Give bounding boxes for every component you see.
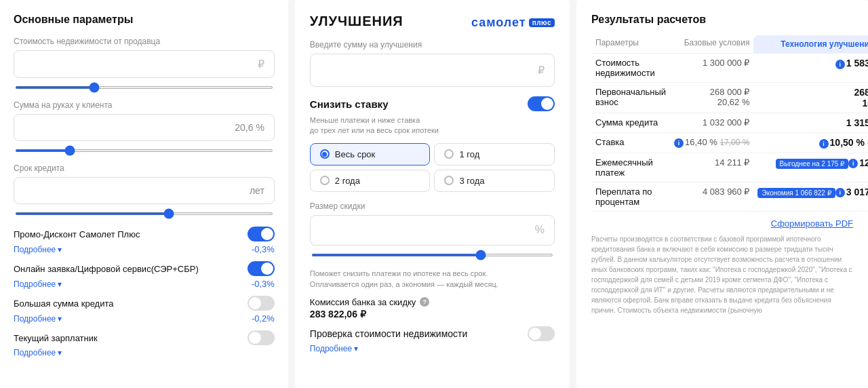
radio-1year[interactable]: 1 год bbox=[434, 143, 555, 166]
info-icon-tech[interactable]: i bbox=[835, 60, 845, 69]
property-cost-input[interactable]: 1 300 000 bbox=[24, 58, 252, 71]
table-cell-base: 14 211 ₽ bbox=[670, 153, 753, 182]
online-chevron-icon: ▾ bbox=[58, 279, 62, 289]
big-sum-chevron-icon: ▾ bbox=[58, 314, 62, 324]
left-panel: Основные параметры Стоимость недвижимост… bbox=[0, 0, 288, 388]
table-row: Первоначальныйвзнос268 000 ₽20,62 %268 0… bbox=[591, 83, 868, 113]
cash-input[interactable]: 268 000 bbox=[24, 121, 235, 134]
radio-all-term[interactable]: Весь срок bbox=[310, 143, 431, 166]
salary-row: Текущий зарплатник bbox=[14, 330, 275, 345]
podrobnee-link[interactable]: Подробнее bbox=[310, 344, 352, 353]
tech-main-value: 12 036 ₽ bbox=[859, 157, 868, 168]
snizip-toggle[interactable] bbox=[528, 96, 555, 111]
plus-badge: плюс bbox=[529, 18, 555, 27]
razmer-input-box[interactable]: 7,1 % bbox=[310, 215, 555, 246]
promo-chevron-icon: ▾ bbox=[58, 245, 62, 254]
disclaimer: Расчеты производятся в соответствии с ба… bbox=[591, 234, 853, 315]
loan-term-input-box[interactable]: Срок кредита 30 лет bbox=[14, 177, 275, 204]
cash-input-box[interactable]: 268 000 20,6 % bbox=[14, 114, 275, 141]
online-link[interactable]: Подробнее ▾ bbox=[14, 279, 62, 289]
radio-group: Весь срок 1 год 2 года 3 года bbox=[310, 143, 555, 192]
samolet-logo: самолет плюс bbox=[471, 16, 555, 30]
section-title: Основные параметры bbox=[14, 14, 275, 26]
property-cost-input-box[interactable]: 1 300 000 ₽ bbox=[14, 50, 275, 78]
loan-term-unit: лет bbox=[250, 185, 264, 196]
table-cell-param: Переплата попроцентам bbox=[591, 182, 670, 211]
table-cell-param: Стоимостьнедвижимости bbox=[591, 54, 670, 83]
salary-toggle[interactable] bbox=[248, 330, 275, 345]
col-tech-header-cell: Технология улучшений bbox=[753, 35, 868, 54]
podrobnee-row: Подробнее ▾ bbox=[310, 344, 555, 353]
loan-term-placeholder-text[interactable]: Срок кредита bbox=[24, 186, 217, 196]
table-row: Переплата попроцентам4 083 960 ₽Экономия… bbox=[591, 182, 868, 211]
big-sum-toggle[interactable] bbox=[248, 296, 275, 311]
promo-toggle[interactable] bbox=[248, 227, 275, 241]
table-row: Ежемесячныйплатеж14 211 ₽Выгоднее на 2 1… bbox=[591, 153, 868, 182]
info-icon-tech[interactable]: i bbox=[819, 139, 829, 149]
loan-term-input[interactable]: 30 bbox=[217, 185, 244, 197]
komissia-info-icon[interactable]: ? bbox=[420, 297, 429, 307]
cash-slider[interactable] bbox=[15, 149, 273, 152]
cash-label: Сумма на руках у клиента bbox=[14, 100, 275, 110]
online-toggle[interactable] bbox=[248, 261, 275, 276]
amount-currency: ₽ bbox=[538, 64, 545, 77]
online-discount-value: -0,3% bbox=[252, 279, 275, 289]
promo-link[interactable]: Подробнее ▾ bbox=[14, 245, 62, 254]
table-row: Стоимостьнедвижимости1 300 000 ₽i1 583 8… bbox=[591, 54, 868, 83]
col-base-header: Базовые условия bbox=[670, 35, 753, 54]
results-title: Результаты расчетов bbox=[591, 14, 853, 26]
komissia-label: Комиссия банка за скидку ? bbox=[310, 297, 555, 307]
samolet-text: самолет bbox=[471, 16, 526, 30]
radio-2year[interactable]: 2 года bbox=[310, 170, 431, 192]
property-cost-slider[interactable] bbox=[15, 86, 273, 89]
razmer-slider[interactable] bbox=[311, 254, 553, 256]
cash-slider-wrap bbox=[14, 144, 275, 154]
radio-3year[interactable]: 3 года bbox=[434, 170, 555, 192]
middle-panel: УЛУЧШЕНИЯ самолет плюс Введите сумму на … bbox=[295, 0, 570, 388]
promo-discount-value: -0,3% bbox=[252, 244, 275, 254]
table-cell-param: Ставка bbox=[591, 133, 670, 153]
property-cost-slider-wrap bbox=[14, 81, 275, 91]
table-cell-tech: i10,50 % 18,20 % bbox=[753, 133, 868, 153]
table-row: Сумма кредита1 032 000 ₽1 315 822 ₽ bbox=[591, 113, 868, 133]
online-sub-row: Подробнее ▾ -0,3% bbox=[14, 279, 275, 289]
results-table: Параметры Базовые условия Технология улу… bbox=[591, 35, 868, 212]
razmer-input[interactable]: 7,1 bbox=[320, 222, 535, 238]
tech-badge: Экономия 1 066 822 ₽ bbox=[757, 188, 835, 198]
radio-dot-2year bbox=[320, 176, 330, 185]
loan-term-slider-wrap bbox=[14, 207, 275, 217]
table-cell-base: 268 000 ₽20,62 % bbox=[670, 83, 753, 113]
улучшения-title: УЛУЧШЕНИЯ bbox=[310, 14, 403, 29]
right-panel: Результаты расчетов Параметры Базовые ус… bbox=[576, 0, 868, 388]
amount-input-box[interactable]: 0 ₽ bbox=[310, 54, 555, 87]
loan-term-slider[interactable] bbox=[15, 212, 273, 215]
big-sum-sub-row: Подробнее ▾ -0,2% bbox=[14, 313, 275, 324]
tech-main-value: 1 315 822 ₽ bbox=[846, 117, 868, 128]
info-icon[interactable]: i bbox=[674, 138, 684, 148]
middle-hint: Поможет снизить платежи по ипотеке на ве… bbox=[310, 268, 555, 290]
table-cell-param: Ежемесячныйплатеж bbox=[591, 153, 670, 182]
salary-link[interactable]: Подробнее ▾ bbox=[14, 348, 62, 357]
salary-chevron-icon: ▾ bbox=[58, 348, 62, 357]
pdf-link[interactable]: Сформировать PDF bbox=[771, 218, 853, 229]
table-cell-tech: 1 315 822 ₽ bbox=[753, 113, 868, 133]
table-row: Ставкаi16,40 % 17,00 %i10,50 % 18,20 % bbox=[591, 133, 868, 153]
tech-badge: Выгоднее на 2 175 ₽ bbox=[776, 159, 849, 169]
table-cell-param: Первоначальныйвзнос bbox=[591, 83, 670, 113]
info-icon-tech[interactable]: i bbox=[835, 188, 845, 197]
loan-term-label: Срок кредита bbox=[14, 163, 275, 173]
komissia-value: 283 822,06 ₽ bbox=[310, 309, 555, 319]
proverka-toggle[interactable] bbox=[528, 326, 555, 341]
info-icon-tech[interactable]: i bbox=[848, 159, 858, 168]
amount-label: Введите сумму на улучшения bbox=[310, 40, 555, 50]
razmer-slider-wrap bbox=[310, 248, 555, 258]
radio-dot-3year bbox=[444, 176, 454, 185]
promo-discount-label: Промо-Дисконт Самолет Плюс bbox=[14, 229, 140, 239]
col-param-header: Параметры bbox=[591, 35, 670, 54]
amount-input[interactable]: 0 bbox=[320, 62, 538, 78]
tech-main-value: 268 000 ₽16,92 % bbox=[854, 87, 868, 109]
tech-header-label: Технология улучшений bbox=[753, 35, 868, 53]
table-cell-base: i16,40 % 17,00 % bbox=[670, 133, 753, 153]
big-sum-link[interactable]: Подробнее ▾ bbox=[14, 314, 62, 324]
promo-sub-row: Подробнее ▾ -0,3% bbox=[14, 244, 275, 254]
